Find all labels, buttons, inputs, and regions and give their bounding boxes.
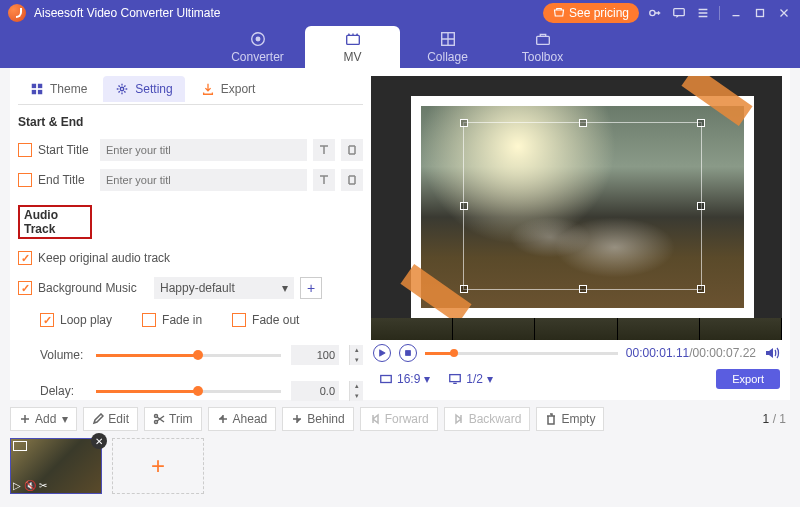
crop-handle[interactable] (579, 119, 587, 127)
svg-point-4 (256, 37, 260, 41)
start-title-label: Start Title (38, 143, 94, 157)
add-button[interactable]: Add▾ (10, 407, 77, 431)
volume-value: 100 (291, 345, 339, 365)
see-pricing-label: See pricing (569, 6, 629, 20)
start-title-input[interactable] (100, 139, 307, 161)
progress-bar[interactable] (425, 352, 618, 355)
settings-panel: Theme Setting Export Start & End Start T… (18, 76, 363, 392)
trim-button[interactable]: Trim (144, 407, 202, 431)
clip-thumbnail[interactable]: ✕ ▷ 🔇 ✂ (10, 438, 102, 494)
crop-handle[interactable] (460, 119, 468, 127)
backward-button[interactable]: Backward (444, 407, 531, 431)
keep-original-checkbox[interactable] (18, 251, 32, 265)
background-music-dropdown[interactable]: Happy-default ▾ (154, 277, 294, 299)
key-icon[interactable] (647, 5, 663, 21)
svg-point-12 (121, 87, 125, 91)
aspect-ratio-button[interactable]: 16:9 ▾ (373, 370, 436, 388)
edit-icon[interactable]: ✂ (39, 480, 47, 491)
volume-row: Volume: 100 ▴▾ (40, 345, 363, 365)
see-pricing-button[interactable]: See pricing (543, 3, 639, 23)
start-end-heading: Start & End (18, 115, 363, 129)
clip-toolbar: Add▾ Edit Trim Ahead Behind Forward Back… (10, 404, 790, 434)
delay-up[interactable]: ▴ (349, 381, 363, 391)
maximize-button[interactable] (752, 5, 768, 21)
start-title-row: Start Title (18, 139, 363, 161)
svg-rect-14 (381, 376, 392, 383)
tab-export[interactable]: Export (189, 76, 268, 102)
keep-original-row: Keep original audio track (18, 251, 363, 265)
start-title-checkbox[interactable] (18, 143, 32, 157)
edit-button[interactable]: Edit (83, 407, 138, 431)
crop-handle[interactable] (579, 285, 587, 293)
start-title-text-style[interactable] (313, 139, 335, 161)
start-title-duration[interactable] (341, 139, 363, 161)
end-title-duration[interactable] (341, 169, 363, 191)
play-button[interactable] (373, 344, 391, 362)
fade-in-checkbox[interactable] (142, 313, 156, 327)
crop-box[interactable] (463, 122, 702, 290)
menu-icon[interactable] (695, 5, 711, 21)
main-area: Theme Setting Export Start & End Start T… (10, 68, 790, 400)
crop-handle[interactable] (697, 119, 705, 127)
main-nav: Converter MV Collage Toolbox (0, 26, 800, 68)
volume-slider[interactable] (96, 354, 281, 357)
volume-down[interactable]: ▾ (349, 355, 363, 365)
delay-slider[interactable] (96, 390, 281, 393)
app-title: Aiseesoft Video Converter Ultimate (34, 6, 543, 20)
nav-mv[interactable]: MV (305, 26, 400, 68)
audio-options: Loop play Fade in Fade out (40, 313, 363, 327)
remove-clip-button[interactable]: ✕ (91, 433, 107, 449)
svg-rect-1 (674, 9, 685, 16)
svg-rect-11 (38, 90, 42, 94)
end-title-text-style[interactable] (313, 169, 335, 191)
play-icon[interactable]: ▷ (13, 480, 21, 491)
loop-checkbox[interactable] (40, 313, 54, 327)
crop-handle[interactable] (460, 202, 468, 210)
minimize-button[interactable] (728, 5, 744, 21)
svg-rect-7 (536, 36, 549, 44)
feedback-icon[interactable] (671, 5, 687, 21)
filmstrip[interactable] (371, 318, 782, 340)
page-info: 1 / 1 (763, 412, 790, 426)
add-music-button[interactable]: + (300, 277, 322, 299)
audio-track-heading: Audio Track (18, 205, 92, 239)
delay-row: Delay: 0.0 ▴▾ (40, 381, 363, 401)
add-clip-button[interactable]: + (112, 438, 204, 494)
forward-button[interactable]: Forward (360, 407, 438, 431)
end-title-checkbox[interactable] (18, 173, 32, 187)
svg-point-0 (650, 10, 655, 15)
stop-button[interactable] (399, 344, 417, 362)
settings-tabs: Theme Setting Export (18, 76, 363, 105)
behind-button[interactable]: Behind (282, 407, 353, 431)
end-title-input[interactable] (100, 169, 307, 191)
volume-up[interactable]: ▴ (349, 345, 363, 355)
tab-theme[interactable]: Theme (18, 76, 99, 102)
chevron-down-icon: ▾ (282, 281, 288, 295)
delay-value: 0.0 (291, 381, 339, 401)
volume-icon[interactable] (764, 345, 780, 361)
keep-original-label: Keep original audio track (38, 251, 170, 265)
nav-converter[interactable]: Converter (210, 26, 305, 68)
fade-out-checkbox[interactable] (232, 313, 246, 327)
empty-button[interactable]: Empty (536, 407, 604, 431)
screen-count-button[interactable]: 1/2 ▾ (442, 370, 499, 388)
ahead-button[interactable]: Ahead (208, 407, 277, 431)
close-button[interactable] (776, 5, 792, 21)
time-display: 00:00:01.11/00:00:07.22 (626, 346, 756, 360)
export-row: 16:9 ▾ 1/2 ▾ Export (371, 366, 782, 392)
export-button[interactable]: Export (716, 369, 780, 389)
delay-down[interactable]: ▾ (349, 391, 363, 401)
crop-handle[interactable] (697, 202, 705, 210)
crop-handle[interactable] (697, 285, 705, 293)
svg-rect-8 (32, 84, 36, 88)
preview-area[interactable] (371, 76, 782, 340)
chevron-down-icon: ▾ (424, 372, 430, 386)
svg-rect-13 (406, 351, 411, 356)
nav-toolbox[interactable]: Toolbox (495, 26, 590, 68)
tab-setting[interactable]: Setting (103, 76, 184, 102)
end-title-row: End Title (18, 169, 363, 191)
crop-handle[interactable] (460, 285, 468, 293)
mute-icon[interactable]: 🔇 (24, 480, 36, 491)
nav-collage[interactable]: Collage (400, 26, 495, 68)
background-music-checkbox[interactable] (18, 281, 32, 295)
